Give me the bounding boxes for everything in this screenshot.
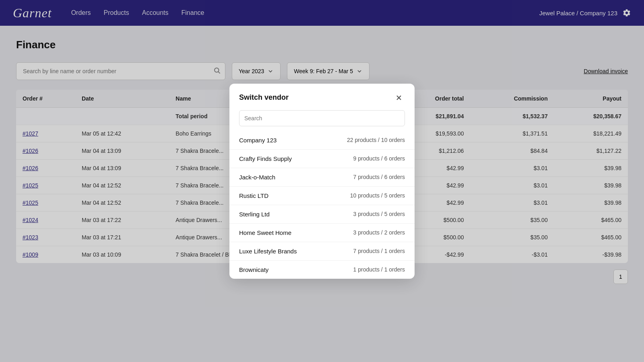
vendor-item[interactable]: Rustic LTD 10 products / 5 orders: [229, 186, 415, 205]
vendor-name: Crafty Finds Supply: [239, 155, 292, 162]
modal-close-button[interactable]: [393, 92, 405, 104]
vendor-name: Luxe Lifestyle Brands: [239, 248, 297, 255]
vendor-item[interactable]: Luxe Lifestyle Brands 7 products / 1 ord…: [229, 242, 415, 260]
vendor-item[interactable]: Brownicaty 1 products / 1 orders: [229, 260, 415, 279]
modal-overlay[interactable]: Switch vendor Company 123 22 products / …: [0, 0, 644, 362]
vendor-meta: 7 products / 1 orders: [353, 248, 405, 254]
modal-search-wrapper: [229, 110, 415, 131]
vendor-meta: 3 products / 2 orders: [353, 229, 405, 236]
vendor-meta: 22 products / 10 orders: [347, 137, 405, 143]
modal-header: Switch vendor: [229, 84, 415, 110]
vendor-meta: 9 products / 6 orders: [353, 155, 405, 162]
vendor-list: Company 123 22 products / 10 orders Craf…: [229, 131, 415, 279]
vendor-name: Sterling Ltd: [239, 211, 270, 218]
vendor-name: Company 123: [239, 137, 277, 144]
switch-vendor-modal: Switch vendor Company 123 22 products / …: [229, 84, 415, 279]
vendor-meta: 3 products / 5 orders: [353, 211, 405, 217]
vendor-name: Jack-o-Match: [239, 174, 275, 181]
vendor-item[interactable]: Home Sweet Home 3 products / 2 orders: [229, 223, 415, 242]
vendor-meta: 1 products / 1 orders: [353, 266, 405, 273]
vendor-search-input[interactable]: [239, 110, 405, 126]
vendor-meta: 7 products / 6 orders: [353, 174, 405, 180]
vendor-item[interactable]: Company 123 22 products / 10 orders: [229, 131, 415, 149]
vendor-item[interactable]: Crafty Finds Supply 9 products / 6 order…: [229, 149, 415, 168]
modal-title: Switch vendor: [239, 93, 289, 102]
vendor-name: Rustic LTD: [239, 192, 268, 199]
vendor-meta: 10 products / 5 orders: [350, 192, 405, 199]
vendor-name: Home Sweet Home: [239, 229, 291, 236]
vendor-name: Brownicaty: [239, 266, 268, 273]
vendor-item[interactable]: Sterling Ltd 3 products / 5 orders: [229, 205, 415, 223]
vendor-item[interactable]: Jack-o-Match 7 products / 6 orders: [229, 168, 415, 186]
